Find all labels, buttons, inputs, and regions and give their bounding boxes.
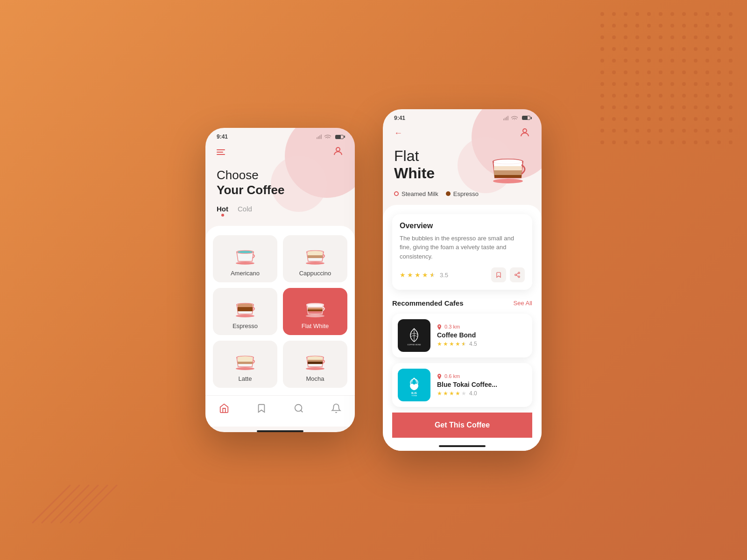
svg-point-19 (238, 303, 253, 306)
svg-point-192 (612, 140, 616, 144)
get-coffee-button[interactable]: Get This Coffee (392, 413, 532, 438)
recommended-header: Recommended Cafes See All (392, 299, 532, 307)
svg-point-158 (635, 105, 639, 109)
svg-point-114 (682, 59, 686, 63)
coffee-name-mocha: Mocha (306, 375, 324, 382)
profile-icon[interactable] (332, 146, 344, 159)
dot-espresso (446, 191, 451, 196)
svg-line-38 (301, 410, 303, 412)
coffee-detail-title: Flat White (394, 147, 435, 182)
svg-point-163 (694, 105, 698, 109)
svg-point-104 (705, 47, 709, 51)
svg-point-15 (236, 315, 254, 317)
profile-icon-2[interactable] (519, 127, 530, 140)
menu-icon[interactable] (217, 149, 225, 155)
svg-point-196 (659, 140, 662, 144)
dot-milk (394, 191, 399, 196)
action-icons (491, 267, 525, 282)
bookmark-action[interactable] (491, 267, 506, 282)
svg-point-46 (494, 159, 522, 163)
phone1-screen: 9:41 (205, 128, 355, 432)
see-all-button[interactable]: See All (514, 300, 532, 307)
star-4: ★ (422, 271, 428, 279)
cafe-card-blue-tokai[interactable]: BLUE TOKAI 0.6 km Blue Tokai Coffee... ★… (392, 363, 532, 407)
svg-point-31 (306, 367, 324, 370)
svg-point-143 (600, 94, 604, 98)
svg-point-185 (670, 129, 674, 133)
coffee-card-mocha[interactable]: Mocha (283, 341, 347, 388)
stars: ★ ★ ★ ★ ★★ 3.5 (400, 271, 448, 279)
svg-point-26 (236, 367, 254, 370)
coffee-card-americano[interactable]: Americano (213, 235, 277, 282)
cafe-distance-1: 0.3 km (437, 324, 527, 330)
svg-point-107 (600, 59, 604, 63)
cafe-logo-blue-tokai: BLUE TOKAI (398, 369, 430, 401)
cafe-name-1: Coffee Bond (437, 331, 527, 339)
svg-point-102 (682, 47, 686, 51)
coffee-card-cappuccino[interactable]: Cappuccino (283, 235, 347, 282)
svg-point-193 (624, 140, 627, 144)
cafe-rating-2: 4.0 (469, 390, 477, 397)
nav-home[interactable] (214, 401, 234, 415)
svg-point-68 (705, 12, 709, 16)
coffee-name-espresso: Espresso (233, 322, 258, 329)
coffee-card-latte[interactable]: Latte (213, 341, 277, 388)
svg-point-154 (729, 94, 733, 98)
svg-point-122 (635, 70, 639, 74)
svg-point-201 (717, 140, 721, 144)
svg-point-179 (600, 129, 604, 133)
svg-point-83 (600, 35, 604, 39)
ingredient-milk-label: Steamed Milk (402, 190, 438, 197)
svg-point-135 (647, 82, 651, 86)
svg-point-126 (682, 70, 686, 74)
status-time-2: 9:41 (394, 115, 405, 121)
svg-point-56 (413, 382, 416, 385)
title-line1: Choose (217, 168, 344, 182)
svg-point-60 (612, 12, 616, 16)
phone2-topbar: ← (383, 123, 542, 142)
svg-point-183 (647, 129, 651, 133)
rating-row: ★ ★ ★ ★ ★★ 3.5 (400, 267, 525, 282)
nav-search[interactable] (289, 401, 309, 415)
ingredient-espresso: Espresso (446, 190, 479, 197)
svg-rect-29 (238, 362, 253, 364)
coffee-grid: Americano (213, 235, 347, 388)
svg-point-89 (670, 35, 674, 39)
tab-cold[interactable]: Cold (238, 205, 252, 218)
nav-bookmark[interactable] (252, 401, 271, 415)
svg-point-174 (682, 117, 686, 121)
svg-point-140 (705, 82, 709, 86)
svg-point-164 (705, 105, 709, 109)
svg-point-119 (600, 70, 604, 74)
svg-point-147 (647, 94, 651, 98)
share-action[interactable] (510, 267, 525, 282)
svg-point-130 (729, 70, 733, 74)
svg-point-110 (635, 59, 639, 63)
svg-point-181 (624, 129, 627, 133)
svg-point-106 (729, 47, 733, 51)
coffee-card-espresso[interactable]: Espresso (213, 288, 277, 335)
tab-hot[interactable]: Hot (217, 205, 228, 218)
svg-point-127 (694, 70, 698, 74)
svg-point-169 (624, 117, 627, 121)
cup-cappuccino (301, 243, 329, 266)
cafe-card-coffee-bond[interactable]: COFFEE BOND 0.3 km Coffee Bond ★ ★ ★ (392, 314, 532, 357)
svg-point-25 (308, 303, 323, 306)
svg-point-49 (518, 276, 520, 278)
nav-bell[interactable] (326, 401, 346, 415)
bottom-nav (205, 395, 355, 427)
ingredient-espresso-label: Espresso (453, 190, 479, 197)
coffee-card-flatwhite[interactable]: Flat White (283, 288, 347, 335)
recommended-title: Recommended Cafes (392, 299, 464, 307)
phone2-screen: 9:41 ← (383, 109, 542, 451)
svg-point-148 (659, 94, 662, 98)
cafe-stars-2: ★ ★ ★ ★ ★ 4.0 (437, 390, 527, 397)
svg-point-133 (624, 82, 627, 86)
svg-point-157 (624, 105, 627, 109)
svg-point-144 (612, 94, 616, 98)
svg-point-14 (308, 251, 323, 253)
svg-point-167 (600, 117, 604, 121)
svg-point-71 (600, 24, 604, 28)
back-button[interactable]: ← (394, 128, 402, 138)
svg-point-100 (659, 47, 662, 51)
